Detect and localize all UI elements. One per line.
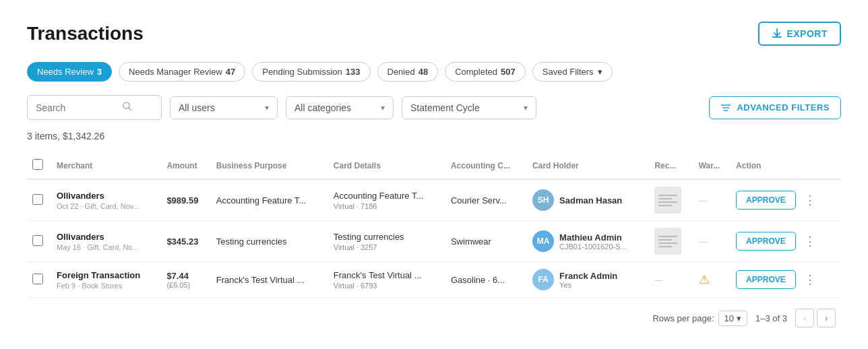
action-controls: APPROVE ⋮ — [736, 231, 836, 251]
categories-dropdown[interactable]: All categories ▾ — [286, 96, 394, 119]
search-icon — [122, 101, 133, 114]
advanced-filters-button[interactable]: ADVANCED FILTERS — [709, 96, 841, 119]
action-controls: APPROVE ⋮ — [736, 269, 836, 290]
merchant-name: Foreign Transaction — [57, 270, 156, 280]
row-checkbox[interactable] — [32, 274, 43, 284]
rows-per-page-control: Rows per page: 10 ▾ — [652, 311, 747, 326]
tab-filters-row: Needs Review 3 Needs Manager Review 47 P… — [27, 62, 841, 82]
prev-page-button[interactable]: ‹ — [795, 309, 814, 327]
avatar: SH — [532, 189, 554, 211]
pagination-row: Rows per page: 10 ▾ 1–3 of 3 ‹ › — [27, 298, 841, 327]
warning-cell: ⚠ — [693, 262, 731, 298]
accounting-code-cell: Gasoline · 6... — [445, 262, 527, 298]
rows-per-page-select[interactable]: 10 ▾ — [718, 311, 747, 326]
chevron-down-icon: ▾ — [381, 103, 385, 113]
export-button[interactable]: EXPORT — [758, 22, 841, 46]
col-receipt: Rec... — [649, 152, 693, 179]
action-cell: APPROVE ⋮ — [731, 221, 841, 262]
receipt-cell — [649, 179, 693, 221]
chevron-down-icon: ▾ — [265, 103, 269, 113]
warning-cell: — — [693, 221, 731, 262]
tab-needs-manager-review[interactable]: Needs Manager Review 47 — [119, 62, 245, 82]
rows-per-page-label: Rows per page: — [652, 313, 714, 323]
merchant-sub: Feb 9 · Book Stores — [57, 282, 156, 290]
accounting-code: Swimwear — [451, 236, 491, 247]
row-checkbox[interactable] — [32, 235, 43, 246]
card-holder-info: Mathieu Admin CJB01-1001620-S... — [559, 232, 627, 251]
avatar: MA — [532, 230, 554, 252]
table-row: Ollivanders Oct 22 · Gift, Card, Nov... … — [27, 179, 841, 221]
row-checkbox-cell[interactable] — [27, 262, 51, 298]
card-holder-cell: SH Sadman Hasan — [527, 179, 649, 221]
business-purpose-cell: Testing currencies — [211, 221, 328, 262]
row-checkbox[interactable] — [32, 194, 43, 205]
more-options-button[interactable]: ⋮ — [800, 231, 820, 251]
col-warning: War... — [693, 152, 731, 179]
receipt-cell — [649, 221, 693, 262]
select-all-header[interactable] — [27, 152, 51, 179]
card-holder-info: Franck Admin Yes — [559, 271, 617, 289]
card-details-main: Accounting Feature T... — [334, 191, 440, 201]
transactions-table: Merchant Amount Business Purpose Card De… — [27, 152, 841, 298]
tab-completed[interactable]: Completed 507 — [445, 62, 526, 82]
amount-cell: $989.59 — [161, 179, 210, 221]
select-all-checkbox[interactable] — [32, 159, 43, 170]
card-holder-info: Sadman Hasan — [559, 195, 622, 205]
col-card-details: Card Details — [328, 152, 445, 179]
amount-primary: $7.44 — [166, 271, 205, 281]
business-purpose: Testing currencies — [216, 236, 287, 247]
search-input[interactable] — [36, 102, 117, 113]
no-warning: — — [699, 236, 708, 247]
card-details-main: Testing currencies — [334, 232, 440, 242]
main-page: Transactions EXPORT Needs Review 3 Needs… — [0, 0, 868, 349]
receipt-cell: — — [649, 262, 693, 298]
merchant-sub: May 16 · Gift, Card, No... — [57, 243, 156, 251]
card-holder-name: Franck Admin — [559, 271, 617, 281]
card-holder-row: FA Franck Admin Yes — [532, 269, 644, 290]
tab-denied[interactable]: Denied 48 — [377, 62, 439, 82]
page-info: 1–3 of 3 — [755, 313, 787, 323]
receipt-thumbnail — [654, 228, 681, 255]
merchant-cell: Foreign Transaction Feb 9 · Book Stores — [51, 262, 161, 298]
avatar: FA — [532, 269, 554, 290]
card-holder-row: SH Sadman Hasan — [532, 189, 644, 211]
card-holder-name: Mathieu Admin — [559, 232, 627, 243]
card-details-sub: Virtual · 6793 — [334, 282, 440, 290]
tab-needs-review[interactable]: Needs Review 3 — [27, 62, 112, 82]
more-options-button[interactable]: ⋮ — [800, 190, 820, 210]
tab-pending-submission[interactable]: Pending Submission 133 — [252, 62, 370, 82]
accounting-code: Courier Serv... — [451, 195, 507, 205]
search-box[interactable] — [27, 95, 162, 120]
approve-button[interactable]: APPROVE — [736, 270, 796, 289]
col-merchant: Merchant — [51, 152, 161, 179]
approve-button[interactable]: APPROVE — [736, 232, 796, 251]
card-details-main: Franck's Test Virtual ... — [334, 270, 440, 280]
card-details-cell: Franck's Test Virtual ... Virtual · 6793 — [328, 262, 445, 298]
table-row: Foreign Transaction Feb 9 · Book Stores … — [27, 262, 841, 298]
card-holder-cell: FA Franck Admin Yes — [527, 262, 649, 298]
action-cell: APPROVE ⋮ — [731, 179, 841, 221]
more-options-button[interactable]: ⋮ — [800, 269, 820, 290]
col-action: Action — [731, 152, 841, 179]
business-purpose-cell: Franck's Test Virtual ... — [211, 262, 328, 298]
card-holder-cell: MA Mathieu Admin CJB01-1001620-S... — [527, 221, 649, 262]
warning-cell: — — [693, 179, 731, 221]
amount-primary: $345.23 — [166, 236, 205, 247]
action-cell: APPROVE ⋮ — [731, 262, 841, 298]
row-checkbox-cell[interactable] — [27, 179, 51, 221]
merchant-sub: Oct 22 · Gift, Card, Nov... — [57, 202, 156, 210]
card-holder-name: Sadman Hasan — [559, 195, 622, 205]
saved-filters-button[interactable]: Saved Filters ▾ — [532, 62, 613, 82]
chevron-down-icon: ▾ — [524, 103, 528, 113]
next-page-button[interactable]: › — [817, 309, 836, 327]
approve-button[interactable]: APPROVE — [736, 191, 796, 210]
action-controls: APPROVE ⋮ — [736, 190, 836, 210]
page-title: Transactions — [27, 23, 144, 44]
users-dropdown[interactable]: All users ▾ — [170, 96, 278, 119]
export-icon — [772, 28, 782, 39]
row-checkbox-cell[interactable] — [27, 221, 51, 262]
merchant-cell: Ollivanders May 16 · Gift, Card, No... — [51, 221, 161, 262]
statement-cycle-dropdown[interactable]: Statement Cycle ▾ — [402, 96, 536, 119]
business-purpose: Franck's Test Virtual ... — [216, 275, 305, 285]
no-receipt: — — [654, 275, 663, 285]
